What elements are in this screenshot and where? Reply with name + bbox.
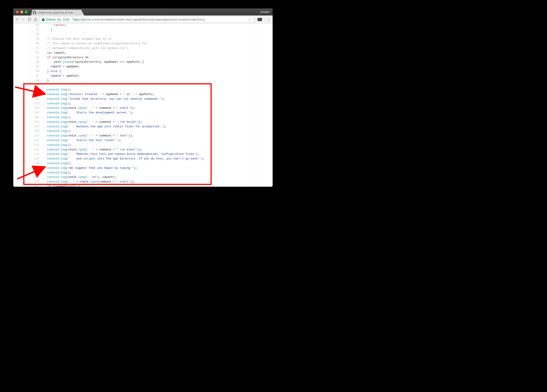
code-line[interactable]: 97 cdpath = appPath; bbox=[30, 74, 256, 78]
code-line[interactable]: 89 // Display the most elegant way to cd… bbox=[30, 37, 256, 41]
code-content: console.log(chalk.cyan(' ' + command + '… bbox=[41, 147, 256, 152]
line-number[interactable]: 111 bbox=[30, 138, 41, 143]
code-content: cdpath = appPath; bbox=[41, 74, 256, 78]
line-number[interactable]: 100 bbox=[30, 87, 41, 92]
code-view[interactable]: 86 return;87 }8889 // Display the most e… bbox=[30, 23, 256, 187]
line-number[interactable]: 99 bbox=[30, 83, 41, 87]
code-line[interactable]: 101 console.log('Success! Created ' + ap… bbox=[30, 92, 256, 97]
line-number[interactable]: 93 bbox=[30, 55, 41, 60]
code-content: console.log(); bbox=[41, 161, 256, 166]
home-button[interactable] bbox=[34, 18, 38, 21]
code-line[interactable]: 116 console.log(); bbox=[30, 161, 256, 166]
code-content: console.log(' Bundles the app into stati… bbox=[41, 125, 256, 129]
code-line[interactable]: 117 console.log('We suggest that you beg… bbox=[30, 166, 256, 171]
forward-button[interactable] bbox=[21, 18, 25, 21]
code-content bbox=[41, 32, 256, 37]
code-line[interactable]: 99 bbox=[30, 83, 256, 87]
maximize-window-button[interactable] bbox=[25, 11, 27, 13]
browser-menu-button[interactable]: ⋮ bbox=[267, 17, 270, 22]
line-number[interactable]: 114 bbox=[30, 152, 41, 157]
code-line[interactable]: 96 } else { bbox=[30, 69, 256, 74]
line-number[interactable]: 96 bbox=[30, 69, 41, 74]
code-line[interactable]: 105 console.log(' Starts the development… bbox=[30, 111, 256, 115]
code-line[interactable]: 90 // This needs to handle an undefined … bbox=[30, 41, 256, 46]
code-line[interactable]: 112 console.log(); bbox=[30, 143, 256, 147]
browser-tab[interactable]: create-react-app/init.js at mas… bbox=[31, 10, 84, 15]
code-line[interactable]: 87 } bbox=[30, 28, 256, 32]
code-content: console.log(chalk.cyan(' ' + command + '… bbox=[41, 133, 256, 138]
code-line[interactable]: 102 console.log('Inside that directory, … bbox=[30, 97, 256, 101]
line-number[interactable]: 112 bbox=[30, 143, 41, 147]
line-number[interactable]: 91 bbox=[30, 46, 41, 51]
code-content: // Display the most elegant way to cd. bbox=[41, 37, 256, 41]
browser-toolbar: GitHub, Inc. [US] https://github.com/uni… bbox=[13, 15, 273, 23]
line-number[interactable]: 103 bbox=[30, 101, 41, 106]
code-line[interactable]: 119 console.log(chalk.cyan(' cd'), cdpat… bbox=[30, 175, 256, 179]
code-line[interactable]: 95 cdpath = appName; bbox=[30, 64, 256, 69]
line-number[interactable]: 104 bbox=[30, 106, 41, 111]
line-number[interactable]: 88 bbox=[30, 32, 41, 37]
code-line[interactable]: 109 console.log(); bbox=[30, 129, 256, 133]
line-number[interactable]: 87 bbox=[30, 28, 41, 32]
reload-button[interactable] bbox=[27, 18, 31, 21]
code-line[interactable]: 113 console.log(chalk.cyan(' ' + command… bbox=[30, 147, 256, 152]
line-number[interactable]: 109 bbox=[30, 129, 41, 133]
line-number[interactable]: 105 bbox=[30, 111, 41, 115]
code-line[interactable]: 107 console.log(chalk.cyan(' ' + command… bbox=[30, 120, 256, 125]
code-line[interactable]: 98 } bbox=[30, 78, 256, 83]
line-number[interactable]: 107 bbox=[30, 120, 41, 125]
line-number[interactable]: 117 bbox=[30, 166, 41, 171]
line-number[interactable]: 110 bbox=[30, 133, 41, 138]
code-content: console.log(); bbox=[41, 143, 256, 147]
code-line[interactable]: 100 console.log(); bbox=[30, 87, 256, 92]
line-number[interactable]: 95 bbox=[30, 64, 41, 69]
line-number[interactable]: 98 bbox=[30, 78, 41, 83]
extension-icon[interactable] bbox=[258, 18, 262, 21]
code-line[interactable]: 93 if (originalDirectory && bbox=[30, 55, 256, 60]
line-number[interactable]: 119 bbox=[30, 175, 41, 179]
code-content: console.log(chalk.cyan(' cd'), cdpath); bbox=[41, 175, 256, 179]
close-window-button[interactable] bbox=[16, 11, 19, 13]
code-line[interactable]: 106 console.log(); bbox=[30, 115, 256, 120]
url-path: /unicodelabs/create-react-app/blob/maste… bbox=[97, 18, 205, 21]
line-number[interactable]: 106 bbox=[30, 115, 41, 120]
code-line[interactable]: 86 return; bbox=[30, 23, 256, 28]
url-host: github.com bbox=[82, 18, 97, 21]
code-line[interactable]: 92 var cdpath; bbox=[30, 51, 256, 55]
line-number[interactable]: 115 bbox=[30, 157, 41, 161]
code-line[interactable]: 118 console.log(); bbox=[30, 171, 256, 175]
minimize-window-button[interactable] bbox=[21, 11, 23, 13]
line-number[interactable]: 92 bbox=[30, 51, 41, 55]
address-bar[interactable]: GitHub, Inc. [US] https://github.com/uni… bbox=[40, 17, 253, 22]
code-line[interactable]: 120 console.log(' ' + chalk.cyan(command… bbox=[30, 179, 256, 184]
code-line[interactable]: 111 console.log(' Starts the test runner… bbox=[30, 138, 256, 143]
back-button[interactable] bbox=[15, 18, 19, 21]
line-number[interactable]: 120 bbox=[30, 179, 41, 184]
line-number[interactable]: 121 bbox=[30, 184, 41, 187]
code-content: console.log(chalk.cyan(' ' + command + '… bbox=[41, 106, 256, 111]
url-scheme: https:// bbox=[73, 18, 82, 21]
line-number[interactable]: 94 bbox=[30, 60, 41, 64]
code-line[interactable]: 103 console.log(); bbox=[30, 101, 256, 106]
line-number[interactable]: 90 bbox=[30, 41, 41, 46]
code-line[interactable]: 88 bbox=[30, 32, 256, 37]
code-line[interactable]: 91 // backward compatibility with old gl… bbox=[30, 46, 256, 51]
code-line[interactable]: 94 path.join(originalDirectory, appName)… bbox=[30, 60, 256, 64]
line-number[interactable]: 102 bbox=[30, 97, 41, 101]
line-number[interactable]: 101 bbox=[30, 92, 41, 97]
line-number[interactable]: 118 bbox=[30, 171, 41, 175]
code-line[interactable]: 108 console.log(' Bundles the app into s… bbox=[30, 125, 256, 129]
code-line[interactable]: 104 console.log(chalk.cyan(' ' + command… bbox=[30, 106, 256, 111]
user-profile-label[interactable]: prosper bbox=[260, 10, 269, 13]
line-number[interactable]: 116 bbox=[30, 161, 41, 166]
line-number[interactable]: 113 bbox=[30, 147, 41, 152]
line-number[interactable]: 89 bbox=[30, 37, 41, 41]
line-number[interactable]: 108 bbox=[30, 125, 41, 129]
code-line[interactable]: 115 console.log(' and scripts into the a… bbox=[30, 157, 256, 161]
line-number[interactable]: 86 bbox=[30, 23, 41, 28]
line-number[interactable]: 97 bbox=[30, 74, 41, 78]
code-line[interactable]: 110 console.log(chalk.cyan(' ' + command… bbox=[30, 133, 256, 138]
bookmark-star-icon[interactable]: ☆ bbox=[248, 18, 251, 21]
code-line[interactable]: 121 if (readmeExists) { bbox=[30, 184, 256, 187]
code-line[interactable]: 114 console.log(' Removes this tool and … bbox=[30, 152, 256, 157]
